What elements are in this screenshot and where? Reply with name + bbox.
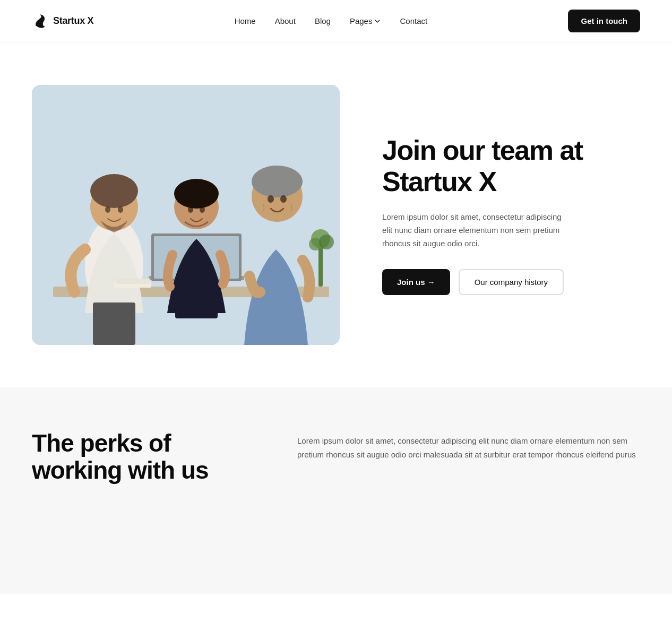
nav-blog-link[interactable]: Blog bbox=[315, 16, 331, 25]
get-in-touch-button[interactable]: Get in touch bbox=[568, 10, 640, 32]
logo[interactable]: Startux X bbox=[32, 13, 93, 30]
hero-buttons: Join us → Our company history bbox=[382, 269, 640, 295]
nav-contact-link[interactable]: Contact bbox=[400, 16, 427, 25]
chevron-down-icon bbox=[374, 18, 381, 24]
perks-title: The perks of working with us bbox=[32, 430, 255, 483]
nav-pages-label: Pages bbox=[350, 16, 373, 25]
svg-point-15 bbox=[174, 179, 219, 209]
svg-point-20 bbox=[252, 166, 303, 197]
nav-blog[interactable]: Blog bbox=[315, 16, 331, 26]
svg-point-16 bbox=[188, 206, 193, 213]
svg-rect-9 bbox=[93, 302, 135, 345]
navbar: Startux X Home About Blog Pages Contact … bbox=[0, 0, 672, 42]
nav-about-link[interactable]: About bbox=[275, 16, 296, 25]
svg-point-21 bbox=[268, 195, 274, 203]
svg-point-11 bbox=[90, 174, 138, 208]
nav-home[interactable]: Home bbox=[235, 16, 256, 26]
nav-about[interactable]: About bbox=[275, 16, 296, 26]
perks-description: Lorem ipsum dolor sit amet, consectetur … bbox=[297, 434, 640, 461]
nav-pages-dropdown[interactable]: Pages bbox=[350, 16, 381, 25]
perks-content: The perks of working with us Lorem ipsum… bbox=[32, 430, 640, 483]
nav-links: Home About Blog Pages Contact bbox=[235, 16, 428, 26]
nav-home-link[interactable]: Home bbox=[235, 16, 256, 25]
logo-icon bbox=[32, 13, 49, 30]
company-history-button[interactable]: Our company history bbox=[459, 269, 564, 295]
hero-section: Join our team at Startux X Lorem ipsum d… bbox=[0, 42, 672, 387]
hero-content: Join our team at Startux X Lorem ipsum d… bbox=[382, 135, 640, 296]
hero-image bbox=[32, 85, 340, 345]
perks-title-line1: The perks of bbox=[32, 429, 171, 457]
svg-point-22 bbox=[280, 195, 287, 203]
perks-title-line2: working with us bbox=[32, 456, 209, 484]
logo-text: Startux X bbox=[53, 15, 93, 27]
svg-point-13 bbox=[118, 206, 123, 213]
nav-contact[interactable]: Contact bbox=[400, 16, 427, 26]
nav-pages[interactable]: Pages bbox=[350, 16, 381, 25]
team-photo-illustration bbox=[32, 85, 340, 345]
hero-description: Lorem ipsum dolor sit amet, consectetur … bbox=[382, 211, 573, 250]
svg-rect-28 bbox=[116, 279, 150, 284]
svg-rect-23 bbox=[318, 244, 323, 287]
svg-point-12 bbox=[105, 206, 110, 213]
perks-title-area: The perks of working with us bbox=[32, 430, 255, 483]
perks-description-area: Lorem ipsum dolor sit amet, consectetur … bbox=[297, 430, 640, 461]
hero-title: Join our team at Startux X bbox=[382, 135, 640, 198]
svg-point-26 bbox=[319, 235, 334, 249]
perks-section: The perks of working with us Lorem ipsum… bbox=[0, 387, 672, 594]
hero-image-placeholder bbox=[32, 85, 340, 345]
join-us-button[interactable]: Join us → bbox=[382, 269, 450, 295]
svg-point-17 bbox=[200, 206, 205, 213]
svg-rect-18 bbox=[175, 292, 218, 318]
